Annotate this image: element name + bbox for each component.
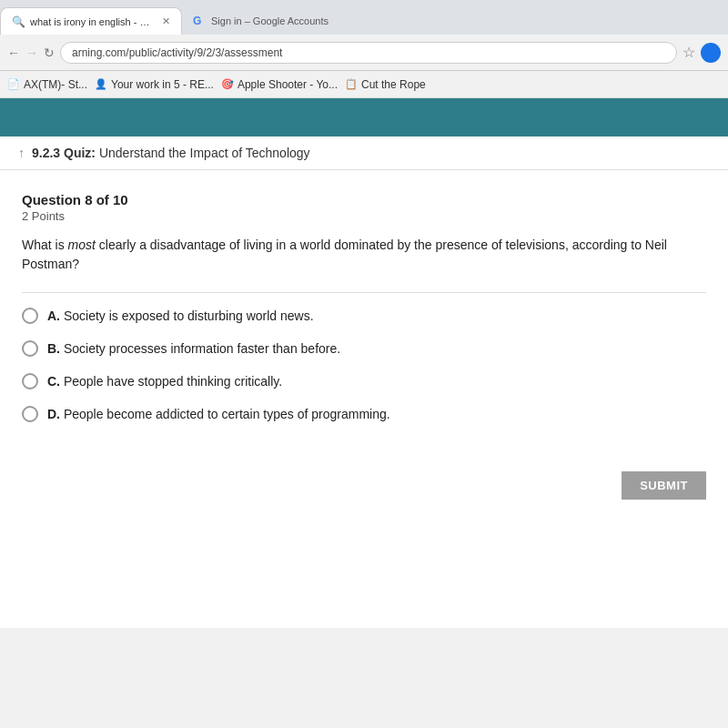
option-d[interactable]: D. People become addicted to certain typ… [22,406,706,422]
option-a[interactable]: A. Society is exposed to disturbing worl… [22,308,706,324]
quiz-title: 9.2.3 Quiz: Understand the Impact of Tec… [32,146,310,160]
active-tab-label: what is irony in english - Google [30,16,153,27]
bookmark-icon-apple: 🎯 [221,78,234,90]
bookmark-icon-rope: 📋 [345,78,358,90]
bookmark-item-rope[interactable]: 📋 Cut the Rope [345,78,426,91]
tab-favicon-search: 🔍 [12,15,25,28]
tab-close-icon[interactable]: ✕ [162,15,170,27]
option-c-label: C. People have stopped thinking critical… [47,374,282,389]
quiz-title-bold: 9.2.3 Quiz: [32,146,96,160]
divider [22,292,706,293]
question-meta: Question 8 of 10 2 Points [22,192,706,223]
submit-section: SUBMIT [0,462,728,518]
bookmark-icon-work: 👤 [95,78,107,90]
quiz-header: ↑ 9.2.3 Quiz: Understand the Impact of T… [0,136,728,170]
inactive-tab-label: Sign in – Google Accounts [211,15,329,26]
active-tab[interactable]: 🔍 what is irony in english - Google ✕ [0,7,182,35]
question-text-part1: What is [22,238,68,252]
bookmark-label-ax: AX(TM)- St... [24,78,87,91]
main-content: Question 8 of 10 2 Points What is most c… [0,170,728,462]
question-text-italic: most [68,238,96,252]
user-avatar[interactable] [701,43,721,63]
bookmark-item-work[interactable]: 👤 Your work in 5 - RE... [95,78,214,91]
radio-c[interactable] [22,373,38,389]
answer-options: A. Society is exposed to disturbing worl… [22,308,706,422]
address-input[interactable]: arning.com/public/activity/9/2/3/assessm… [60,42,677,64]
bookmark-item-apple[interactable]: 🎯 Apple Shooter - Yo... [221,78,338,91]
radio-b[interactable] [22,340,38,357]
tab-bar: 🔍 what is irony in english - Google ✕ G … [0,0,728,35]
question-text-part2: clearly a disadvantage of living in a wo… [22,238,667,271]
bookmark-star-icon[interactable]: ☆ [682,44,695,61]
option-a-label: A. Society is exposed to disturbing worl… [47,308,314,323]
question-number: Question 8 of 10 [22,192,706,207]
browser-chrome: 🔍 what is irony in english - Google ✕ G … [0,0,728,98]
question-points: 2 Points [22,209,706,223]
bookmark-label-work: Your work in 5 - RE... [111,78,214,91]
refresh-icon[interactable]: ↻ [44,46,55,60]
quiz-title-text: Understand the Impact of Technology [99,146,310,160]
radio-a[interactable] [22,308,38,324]
tab-favicon-google: G [193,15,206,27]
content-area: ↑ 9.2.3 Quiz: Understand the Impact of T… [0,136,728,628]
option-b-label: B. Society processes information faster … [47,341,340,356]
bookmarks-bar: 📄 AX(TM)- St... 👤 Your work in 5 - RE...… [0,71,728,98]
bookmark-item-ax[interactable]: 📄 AX(TM)- St... [7,78,87,91]
submit-button[interactable]: SUBMIT [622,471,706,500]
bookmark-label-rope: Cut the Rope [361,78,426,91]
inactive-tab[interactable]: G Sign in – Google Accounts [182,7,339,35]
bookmark-icon-ax: 📄 [7,78,20,90]
quiz-nav-icon: ↑ [18,146,25,160]
address-text: arning.com/public/activity/9/2/3/assessm… [72,46,282,59]
bookmark-label-apple: Apple Shooter - Yo... [238,78,338,91]
back-icon[interactable]: ← [7,46,20,60]
option-d-label: D. People become addicted to certain typ… [47,407,390,421]
radio-d[interactable] [22,406,38,422]
site-header [0,98,728,136]
address-bar: ← → ↻ arning.com/public/activity/9/2/3/a… [0,35,728,71]
forward-icon[interactable]: → [25,46,38,60]
option-c[interactable]: C. People have stopped thinking critical… [22,373,706,389]
question-text: What is most clearly a disadvantage of l… [22,236,706,274]
option-b[interactable]: B. Society processes information faster … [22,340,706,357]
